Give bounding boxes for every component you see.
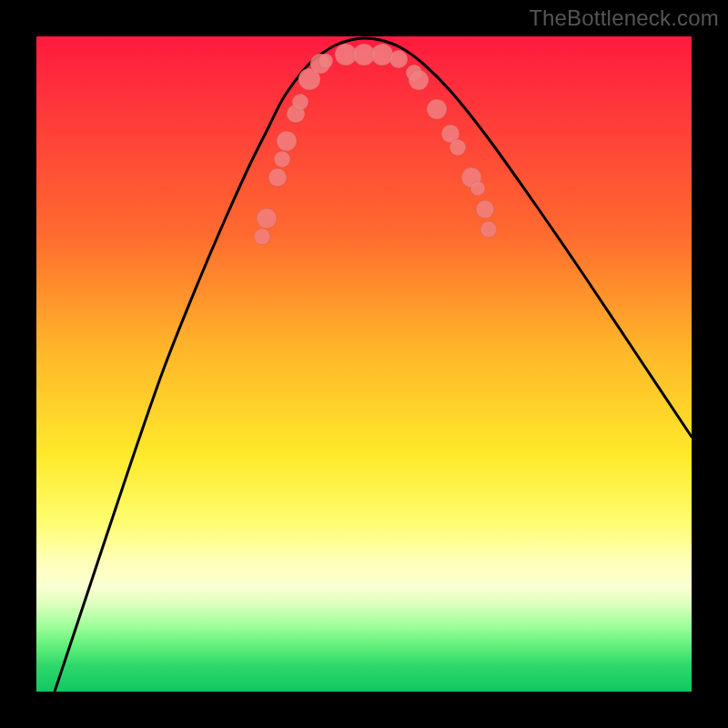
data-marker xyxy=(450,139,466,156)
data-marker xyxy=(254,228,270,245)
data-marker xyxy=(318,54,333,68)
data-marker xyxy=(470,181,485,196)
data-marker xyxy=(389,50,408,68)
chart-container: TheBottleneck.com xyxy=(0,0,728,728)
data-marker xyxy=(409,70,429,90)
curve-svg xyxy=(36,36,692,692)
plot-area xyxy=(36,36,692,692)
data-marker xyxy=(480,221,497,238)
data-marker xyxy=(274,151,290,167)
data-marker xyxy=(268,168,287,187)
data-marker xyxy=(292,94,308,110)
data-marker xyxy=(476,200,494,218)
data-marker xyxy=(427,99,447,119)
data-marker xyxy=(277,131,297,151)
watermark-text: TheBottleneck.com xyxy=(529,5,719,31)
data-marker xyxy=(257,208,277,228)
bottleneck-curve xyxy=(55,38,692,692)
data-markers-group xyxy=(254,44,497,245)
